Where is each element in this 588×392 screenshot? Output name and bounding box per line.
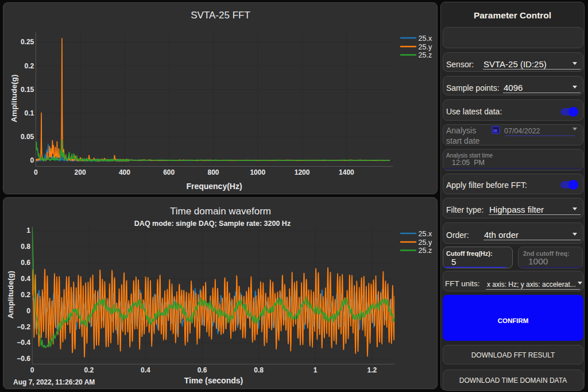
svg-text:0.15: 0.15 <box>21 86 34 94</box>
svg-text:1.2: 1.2 <box>367 366 377 374</box>
svg-text:400: 400 <box>119 168 130 176</box>
svg-text:0.2: 0.2 <box>84 366 94 374</box>
svg-text:0: 0 <box>26 307 30 315</box>
svg-text:0.8: 0.8 <box>254 366 264 374</box>
svg-text:0.6: 0.6 <box>21 259 30 267</box>
svg-text:−0.2: −0.2 <box>17 323 30 331</box>
svg-text:1000: 1000 <box>250 168 265 176</box>
svg-text:DAQ mode: single DAQ; Sample r: DAQ mode: single DAQ; Sample rate: 3200 … <box>134 220 291 228</box>
svg-text:0.1: 0.1 <box>25 109 34 117</box>
svg-text:0: 0 <box>34 168 38 176</box>
svg-text:0.4: 0.4 <box>141 366 150 374</box>
svg-text:0.2: 0.2 <box>21 291 30 299</box>
svg-text:600: 600 <box>163 168 175 176</box>
svg-text:Aug 7, 2022, 11:26:20 AM: Aug 7, 2022, 11:26:20 AM <box>13 378 95 386</box>
svg-text:1400: 1400 <box>339 168 354 176</box>
svg-text:25.x: 25.x <box>419 230 432 238</box>
svg-text:0.8: 0.8 <box>21 243 30 251</box>
svg-text:0: 0 <box>30 156 34 164</box>
svg-text:Time (seconds): Time (seconds) <box>184 376 243 385</box>
svg-text:1: 1 <box>26 226 30 235</box>
svg-text:0.2: 0.2 <box>25 62 34 70</box>
svg-text:0.4: 0.4 <box>21 275 30 283</box>
svg-text:25.y: 25.y <box>419 239 432 247</box>
svg-text:0.05: 0.05 <box>21 133 34 141</box>
svg-text:Amplitude(g): Amplitude(g) <box>6 271 15 318</box>
svg-text:SVTA-25 FFT: SVTA-25 FFT <box>191 10 250 21</box>
svg-text:1: 1 <box>314 366 318 374</box>
svg-text:Amplitude(g): Amplitude(g) <box>10 74 18 122</box>
svg-text:1200: 1200 <box>295 168 310 176</box>
svg-text:25.y: 25.y <box>419 43 432 51</box>
svg-text:200: 200 <box>75 168 86 176</box>
svg-text:−0.4: −0.4 <box>17 339 30 347</box>
svg-text:0: 0 <box>30 366 34 374</box>
svg-text:Frequency(Hz): Frequency(Hz) <box>186 182 242 191</box>
svg-text:−0.6: −0.6 <box>17 355 30 363</box>
svg-text:800: 800 <box>207 168 219 176</box>
svg-text:Time domain waveform: Time domain waveform <box>170 206 271 217</box>
svg-text:0.6: 0.6 <box>198 366 207 374</box>
svg-text:25.z: 25.z <box>419 51 432 59</box>
svg-text:0.25: 0.25 <box>21 38 34 46</box>
svg-text:25.x: 25.x <box>419 34 432 43</box>
svg-text:25.z: 25.z <box>419 247 432 255</box>
